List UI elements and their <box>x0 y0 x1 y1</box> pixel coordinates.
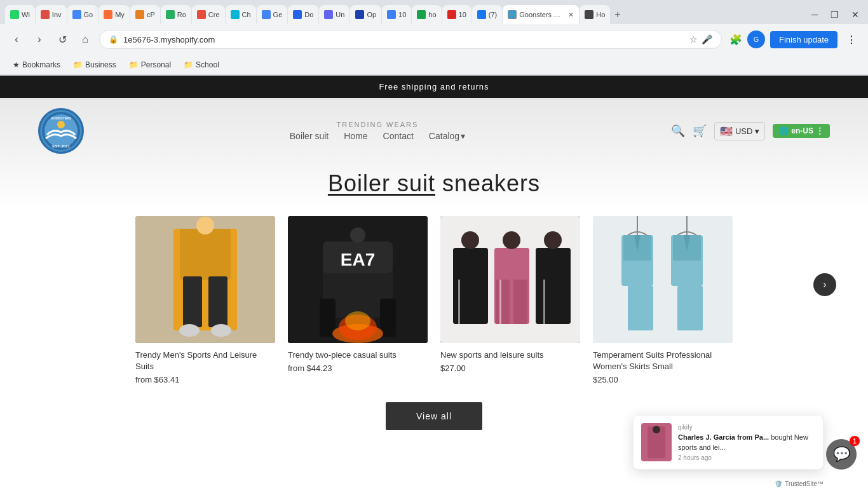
tab-item[interactable]: cP <box>130 5 160 24</box>
tab-item[interactable]: Ch <box>226 5 256 24</box>
lang-code: en-US <box>791 126 813 135</box>
microphone-icon[interactable]: 🎤 <box>702 34 712 44</box>
product-price: from $63.41 <box>135 375 275 384</box>
tab-item[interactable]: Do <box>288 5 318 24</box>
secure-icon: 🔒 <box>109 35 118 44</box>
back-button[interactable]: ‹ <box>8 30 25 48</box>
close-button[interactable]: ✕ <box>848 8 863 21</box>
tab-current[interactable]: 🌐 Goonsters Shop W... ✕ <box>503 5 579 24</box>
folder-icon: 📁 <box>184 60 193 69</box>
product-image: EA7 <box>288 216 428 343</box>
hero-title-part2: sneakers <box>442 170 540 196</box>
tab-item[interactable]: 10 <box>442 5 471 24</box>
bookmarks-item-business[interactable]: 📁 Business <box>68 59 121 71</box>
tab-item[interactable]: 10 <box>382 5 411 24</box>
svg-rect-47 <box>677 286 703 330</box>
tab-item[interactable]: Go <box>67 5 98 24</box>
product-card[interactable]: New sports and leisure suits $27.00 <box>440 216 580 384</box>
svg-rect-38 <box>499 280 501 324</box>
product-name: Trendy Men's Sports And Leisure Suits <box>135 349 275 372</box>
svg-rect-9 <box>183 276 202 327</box>
language-selector[interactable]: 🇺🇸 USD ▾ <box>714 122 765 140</box>
folder-icon: 📁 <box>73 60 83 69</box>
shipping-text: Free shipping and returns <box>379 82 489 92</box>
minimize-button[interactable]: ─ <box>808 8 822 21</box>
search-icon[interactable]: 🔍 <box>671 124 685 138</box>
svg-point-22 <box>345 311 370 330</box>
tab-item[interactable]: Ge <box>257 5 288 24</box>
bookmarks-item-school[interactable]: 📁 School <box>179 59 224 71</box>
tab-item[interactable]: ho <box>412 5 441 24</box>
svg-rect-39 <box>593 216 733 343</box>
tab-item[interactable]: Wi <box>5 5 35 24</box>
tab-item[interactable]: Op <box>350 5 381 24</box>
hero-title-part1: Boiler suit <box>328 170 435 196</box>
bookmark-star-icon[interactable]: ☆ <box>689 34 698 44</box>
next-arrow-button[interactable]: › <box>813 273 836 296</box>
new-tab-button[interactable]: + <box>611 9 624 20</box>
language-badge[interactable]: 🌐 en-US ⋮ <box>773 124 830 138</box>
bookmarks-item-bookmarks[interactable]: ★ Bookmarks <box>8 59 65 71</box>
chevron-down-icon: ▾ <box>755 126 759 136</box>
tab-close-icon[interactable]: ✕ <box>568 11 574 19</box>
view-all-button[interactable]: View all <box>386 402 482 430</box>
product-image <box>593 216 733 343</box>
tab-item[interactable]: Ro <box>161 5 191 24</box>
buyer-name: Charles J. Garcia from Pa... <box>678 433 769 441</box>
folder-icon: 📁 <box>129 60 139 69</box>
svg-text:EST. 2021: EST. 2021 <box>52 144 70 148</box>
product-name: Temperament Suits Professional Women's S… <box>593 349 733 372</box>
nav-home[interactable]: Home <box>344 131 367 141</box>
svg-text:GOONSTERS: GOONSTERS <box>51 116 72 120</box>
tab-item[interactable]: Cre <box>192 5 225 24</box>
tab-item[interactable]: Un <box>319 5 349 24</box>
product-price: from $44.23 <box>288 363 428 373</box>
maximize-button[interactable]: ❐ <box>827 8 843 21</box>
svg-rect-35 <box>555 280 569 324</box>
school-label: School <box>196 60 219 69</box>
extensions-button[interactable]: 🧩 <box>727 30 745 48</box>
logo-inner: EST. 2021 GOONSTERS <box>40 110 82 152</box>
browser-chrome: Wi Inv Go My cP Ro Cre Ch <box>0 0 868 76</box>
tab-item[interactable]: Ho <box>580 5 610 24</box>
profile-pic-icon[interactable]: G <box>747 30 765 48</box>
svg-point-25 <box>461 231 479 249</box>
svg-rect-30 <box>496 280 510 324</box>
profile-avatar: G <box>747 30 765 48</box>
chat-button[interactable]: 💬 1 <box>826 439 857 470</box>
action-text: bought <box>771 433 792 441</box>
kebab-icon: ⋮ <box>816 126 824 135</box>
products-grid: Trendy Men's Sports And Leisure Suits fr… <box>38 216 830 384</box>
tab-item[interactable]: My <box>98 5 130 24</box>
svg-rect-18 <box>380 299 396 337</box>
trusted-site-label: TrustedSite™ <box>785 480 824 487</box>
product-card[interactable]: Temperament Suits Professional Women's S… <box>593 216 733 384</box>
reload-button[interactable]: ↺ <box>53 30 71 48</box>
notification-time: 2 hours ago <box>678 454 815 461</box>
bookmarks-item-personal[interactable]: 📁 Personal <box>124 59 176 71</box>
product-card[interactable]: EA7 Trendy two-piece casual suits from $… <box>288 216 428 384</box>
window-controls: ─ ❐ ✕ <box>808 8 863 21</box>
forward-button[interactable]: › <box>31 30 48 48</box>
svg-rect-37 <box>543 280 545 324</box>
nav-catalog[interactable]: Catalog ▾ <box>429 131 465 141</box>
finish-update-button[interactable]: Finish update <box>770 31 837 48</box>
chrome-menu-button[interactable]: ⋮ <box>843 30 860 48</box>
tab-facebook[interactable]: (7) <box>472 5 502 24</box>
tab-item[interactable]: Inv <box>36 5 67 24</box>
header-actions: 🔍 🛒 🇺🇸 USD ▾ 🌐 en-US ⋮ <box>671 122 830 140</box>
nav-contact[interactable]: Contact <box>383 131 414 141</box>
currency-label: USD <box>735 126 752 136</box>
notification-product-image <box>641 423 672 461</box>
nav-links: Boiler suit Home Contact Catalog ▾ <box>290 131 465 141</box>
product-card[interactable]: Trendy Men's Sports And Leisure Suits fr… <box>135 216 275 384</box>
cart-icon[interactable]: 🛒 <box>693 124 707 138</box>
home-button[interactable]: ⌂ <box>76 30 94 48</box>
url-bar[interactable]: 🔒 1e5676-3.myshopify.com ☆ 🎤 <box>99 30 722 49</box>
notification-message: Charles J. Garcia from Pa... bought New … <box>678 432 815 453</box>
svg-point-8 <box>196 217 214 234</box>
hero-section: Boiler suit sneakers <box>0 164 868 210</box>
svg-point-11 <box>179 324 200 337</box>
svg-point-19 <box>350 227 365 243</box>
nav-boiler-suit[interactable]: Boiler suit <box>290 131 329 141</box>
